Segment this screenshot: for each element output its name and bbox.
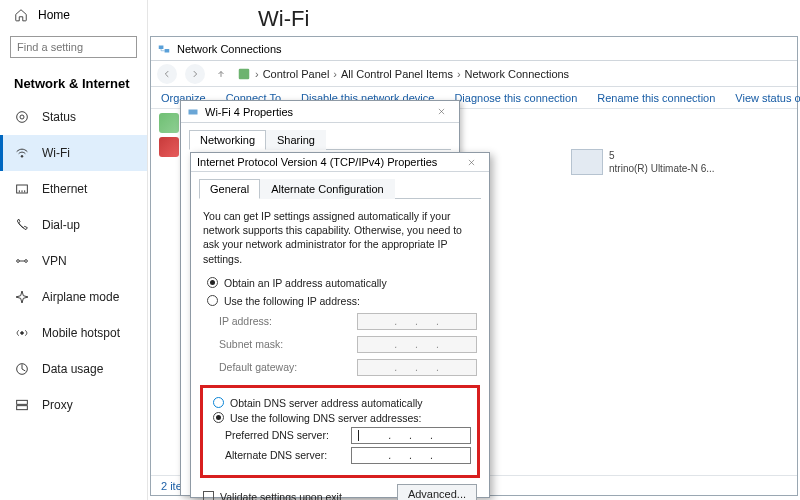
field-ip-address: IP address: ...: [219, 313, 477, 330]
radio-dns-manual[interactable]: Use the following DNS server addresses:: [213, 412, 471, 424]
page-title: Wi-Fi: [148, 0, 800, 36]
radio-ip-auto[interactable]: Obtain an IP address automatically: [207, 277, 477, 289]
field-label: Alternate DNS server:: [225, 449, 327, 461]
settings-sidebar: Home Find a setting Network & Internet S…: [0, 0, 148, 500]
airplane-icon: [14, 289, 30, 305]
explorer-titlebar[interactable]: Network Connections: [151, 37, 797, 61]
svg-rect-8: [17, 400, 28, 404]
radio-icon: [207, 277, 218, 288]
category-heading: Network & Internet: [0, 70, 147, 99]
nav-dialup[interactable]: Dial-up: [0, 207, 147, 243]
tab-sharing[interactable]: Sharing: [266, 130, 326, 150]
nav-list: Status Wi-Fi Ethernet Dial-up VPN Airpla…: [0, 99, 147, 423]
breadcrumb[interactable]: › Control Panel › All Control Panel Item…: [237, 67, 569, 81]
close-button[interactable]: [429, 103, 453, 121]
find-placeholder: Find a setting: [17, 41, 83, 53]
field-label: Subnet mask:: [219, 338, 283, 350]
control-panel-icon: [237, 67, 251, 81]
close-icon: [437, 107, 446, 116]
explorer-address-bar: › Control Panel › All Control Panel Item…: [151, 61, 797, 87]
nav-ethernet[interactable]: Ethernet: [0, 171, 147, 207]
home-icon: [14, 8, 28, 22]
radio-label: Use the following IP address:: [224, 295, 360, 307]
nav-vpn[interactable]: VPN: [0, 243, 147, 279]
crumb-0[interactable]: Control Panel: [263, 68, 330, 80]
svg-point-1: [20, 115, 24, 119]
nav-label: Status: [42, 110, 76, 124]
svg-rect-10: [159, 45, 164, 49]
validate-checkbox[interactable]: Validate settings upon exit: [203, 491, 342, 500]
tab-general[interactable]: General: [199, 179, 260, 199]
svg-rect-13: [189, 109, 198, 114]
nav-status[interactable]: Status: [0, 99, 147, 135]
svg-rect-12: [239, 68, 250, 79]
ipv4-tabs: General Alternate Configuration: [199, 178, 481, 199]
toolbar-diagnose[interactable]: Diagnose this connection: [454, 92, 577, 104]
home-link[interactable]: Home: [0, 0, 147, 30]
nav-label: Wi-Fi: [42, 146, 70, 160]
radio-icon: [213, 397, 224, 408]
checkbox-icon: [203, 491, 214, 500]
chevron-icon: ›: [457, 68, 461, 80]
radio-ip-manual[interactable]: Use the following IP address:: [207, 295, 477, 307]
ipv4-title: Internet Protocol Version 4 (TCP/IPv4) P…: [197, 156, 437, 168]
hotspot-icon: [14, 325, 30, 341]
arrow-left-icon: [162, 69, 172, 79]
field-default-gateway: Default gateway: ...: [219, 359, 477, 376]
wifi4-titlebar[interactable]: Wi-Fi 4 Properties: [181, 101, 459, 123]
tab-altconfig[interactable]: Alternate Configuration: [260, 179, 395, 199]
ip-input: ...: [357, 313, 477, 330]
vpn-icon: [14, 253, 30, 269]
nav-datausage[interactable]: Data usage: [0, 351, 147, 387]
arrow-up-icon: [216, 69, 226, 79]
nav-wifi[interactable]: Wi-Fi: [0, 135, 147, 171]
proxy-icon: [14, 397, 30, 413]
svg-point-5: [25, 260, 28, 263]
back-button[interactable]: [157, 64, 177, 84]
nav-label: VPN: [42, 254, 67, 268]
connection-icons: [159, 113, 179, 157]
dns-input[interactable]: ...: [351, 427, 471, 444]
crumb-2[interactable]: Network Connections: [465, 68, 570, 80]
close-icon: [467, 158, 476, 167]
toolbar-rename[interactable]: Rename this connection: [597, 92, 715, 104]
explorer-title: Network Connections: [177, 43, 282, 55]
toolbar-viewstatus[interactable]: View status of this connection: [735, 92, 800, 104]
ip-input: ...: [357, 336, 477, 353]
advanced-button[interactable]: Advanced...: [397, 484, 477, 500]
adapter-icon: [187, 106, 199, 118]
dns-input[interactable]: ...: [351, 447, 471, 464]
field-subnet-mask: Subnet mask: ...: [219, 336, 477, 353]
ipv4-titlebar[interactable]: Internet Protocol Version 4 (TCP/IPv4) P…: [191, 153, 489, 172]
svg-point-6: [21, 332, 24, 335]
connection-item[interactable]: 5 ntrino(R) Ultimate-N 6...: [569, 145, 769, 179]
nav-airplane[interactable]: Airplane mode: [0, 279, 147, 315]
datausage-icon: [14, 361, 30, 377]
nav-label: Dial-up: [42, 218, 80, 232]
svg-point-0: [17, 112, 28, 123]
field-alternate-dns: Alternate DNS server: ...: [225, 447, 471, 464]
nav-label: Mobile hotspot: [42, 326, 120, 340]
wifi4-tabs: Networking Sharing: [189, 129, 451, 150]
up-button[interactable]: [213, 66, 229, 82]
nav-label: Data usage: [42, 362, 103, 376]
nav-hotspot[interactable]: Mobile hotspot: [0, 315, 147, 351]
svg-point-2: [21, 155, 23, 157]
crumb-1[interactable]: All Control Panel Items: [341, 68, 453, 80]
nav-proxy[interactable]: Proxy: [0, 387, 147, 423]
connection-icon[interactable]: [159, 137, 179, 157]
find-setting-input[interactable]: Find a setting: [10, 36, 137, 58]
radio-dns-auto[interactable]: Obtain DNS server address automatically: [213, 397, 471, 409]
forward-button[interactable]: [185, 64, 205, 84]
svg-point-4: [17, 260, 20, 263]
svg-rect-9: [17, 406, 28, 410]
connection-icon[interactable]: [159, 113, 179, 133]
field-label: Default gateway:: [219, 361, 297, 373]
nav-label: Proxy: [42, 398, 73, 412]
nav-label: Ethernet: [42, 182, 87, 196]
close-button[interactable]: [459, 153, 483, 171]
field-label: Preferred DNS server:: [225, 429, 329, 441]
field-preferred-dns: Preferred DNS server: ...: [225, 427, 471, 444]
ipv4-description: You can get IP settings assigned automat…: [203, 209, 477, 266]
tab-networking[interactable]: Networking: [189, 130, 266, 150]
